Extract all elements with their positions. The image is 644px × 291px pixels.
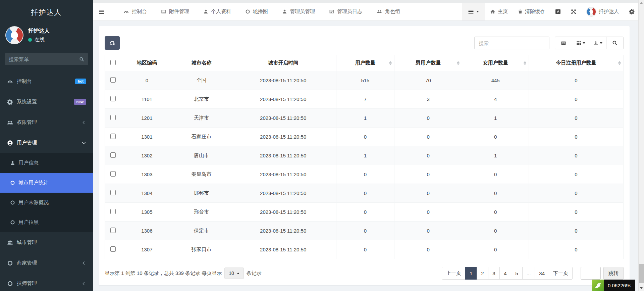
sort-icon[interactable] (524, 61, 526, 65)
column-header-today-registered[interactable]: 今日注册用户数量 (529, 55, 624, 71)
users-icon (376, 9, 382, 14)
avatar[interactable] (5, 26, 23, 44)
page-size-select[interactable]: 10 (224, 268, 244, 279)
pagination-next-button[interactable]: 下一页 (549, 267, 573, 280)
sidebar-item-user-blacklist[interactable]: 用户拉黑 (0, 212, 93, 232)
tab-label: 附件管理 (169, 8, 189, 15)
scrollbar-up-arrow-icon[interactable] (640, 2, 643, 4)
table-cell: 0 (394, 109, 462, 128)
pagination: 上一页 12345...34 下一页 跳转 (442, 267, 624, 280)
tab-admin-log[interactable]: 管理员日志 (322, 3, 369, 20)
sidebar-submenu: 用户信息 城市用户统计 用户来源概况 用户拉黑 (0, 153, 93, 232)
table-cell: 天津市 (173, 109, 230, 128)
tab-admin-management[interactable]: 管理员管理 (275, 3, 322, 20)
vertical-scrollbar[interactable] (638, 0, 644, 291)
pagination-page-4[interactable]: 4 (499, 267, 511, 280)
table-row: 1306保定市2023-08-15 11:20:500000 (105, 222, 624, 240)
tab-profile[interactable]: 个人资料 (196, 3, 238, 20)
language-button[interactable] (550, 9, 566, 14)
sidebar-item-user-management[interactable]: 用户管理 (0, 133, 93, 153)
table-cell: 2023-08-15 11:20:50 (230, 146, 336, 165)
column-header-user-count[interactable]: 用户数量 (336, 55, 394, 71)
table-row: 1302唐山市2023-08-15 11:20:501010 (105, 146, 624, 165)
refresh-button[interactable] (105, 36, 120, 50)
pagination-pages: 12345...34 (466, 267, 549, 280)
sidebar-item-city-management[interactable]: 城市管理 (0, 232, 93, 253)
sidebar-item-dashboard[interactable]: 控制台 hot (0, 71, 93, 92)
table-row: 0全国2023-08-15 11:20:50515704450 (105, 71, 624, 90)
row-checkbox[interactable] (110, 171, 116, 177)
home-button[interactable]: 主页 (485, 8, 513, 15)
caret-down-icon (600, 42, 602, 44)
row-checkbox[interactable] (110, 115, 116, 120)
summary-prefix: 显示第 1 到第 10 条记录，总共 339 条记录 每页显示 (105, 270, 222, 277)
row-checkbox[interactable] (110, 152, 116, 158)
tab-attachments[interactable]: 附件管理 (154, 3, 196, 20)
sort-icon[interactable] (457, 61, 460, 65)
sidebar-item-permissions[interactable]: 权限管理 (0, 112, 93, 133)
tab-dashboard[interactable]: 控制台 (116, 3, 154, 20)
table-cell: 0 (529, 128, 624, 146)
sidebar-item-merchant-management[interactable]: 商家管理 (0, 253, 93, 273)
pagination-page-5[interactable]: 5 (511, 267, 523, 280)
sort-icon[interactable] (389, 61, 392, 65)
sidebar-search-input[interactable] (9, 56, 79, 62)
page-jump-input[interactable] (581, 267, 601, 280)
pagination-page-3[interactable]: 3 (488, 267, 500, 280)
sidebar-item-user-source[interactable]: 用户来源概况 (0, 193, 93, 212)
pagination-prev-button[interactable]: 上一页 (442, 267, 466, 280)
sidebar-item-label: 用户来源概况 (18, 199, 49, 206)
pagination-page-1[interactable]: 1 (465, 267, 477, 280)
fullscreen-button[interactable] (566, 9, 581, 14)
column-header-region-code: 地区编码 (121, 55, 173, 71)
summary-suffix: 条记录 (247, 270, 262, 277)
sidebar-item-technician-management[interactable]: 技师管理 (0, 273, 93, 291)
pagination-page-34[interactable]: 34 (535, 267, 549, 280)
sidebar-item-label: 控制台 (17, 78, 32, 85)
column-header-female-count[interactable]: 女用户数量 (462, 55, 529, 71)
scrollbar-down-arrow-icon[interactable] (640, 287, 643, 289)
table-cell: 2023-08-15 11:20:50 (230, 109, 336, 128)
tab-role-group[interactable]: 角色组 (369, 3, 407, 20)
row-checkbox[interactable] (110, 134, 116, 139)
column-header-male-count[interactable]: 男用户数量 (394, 55, 462, 71)
table-search-input[interactable] (474, 37, 549, 49)
table-cell: 0 (529, 222, 624, 240)
row-checkbox[interactable] (110, 246, 116, 252)
sidebar-item-user-info[interactable]: 用户信息 (0, 153, 93, 173)
table-cell: 0 (462, 203, 529, 222)
dashboard-icon (123, 9, 129, 14)
detail-view-button[interactable] (555, 37, 572, 49)
sidebar-item-city-user-stats[interactable]: 城市用户统计 (0, 173, 93, 193)
select-all-header (105, 55, 121, 71)
content-panel: 地区编码 城市名称 城市开启时间 用户数量 男用户数量 女用户数量 今日注册用户… (99, 26, 630, 285)
export-button[interactable] (589, 37, 606, 49)
sidebar-item-system-settings[interactable]: 系统设置 new (0, 92, 93, 112)
scrollbar-thumb[interactable] (639, 264, 644, 283)
tab-carousel[interactable]: 轮播图 (238, 3, 275, 20)
table-cell: 0 (529, 71, 624, 90)
row-checkbox[interactable] (110, 77, 116, 83)
select-all-checkbox[interactable] (110, 60, 116, 65)
table-cell: 1303 (121, 165, 173, 184)
table-cell: 515 (336, 71, 394, 90)
row-checkbox[interactable] (110, 209, 116, 214)
table-cell: 2023-08-15 11:20:50 (230, 203, 336, 222)
page-jump-button[interactable]: 跳转 (603, 267, 624, 280)
thinkphp-leaf-icon[interactable] (592, 280, 604, 291)
row-checkbox[interactable] (110, 96, 116, 101)
clear-cache-button[interactable]: 清除缓存 (513, 8, 550, 15)
user-circle-icon (7, 140, 13, 146)
row-checkbox[interactable] (110, 190, 116, 195)
search-toggle-button[interactable] (606, 37, 624, 49)
table-cell: 0 (336, 222, 394, 240)
tabs-dropdown-toggle[interactable] (462, 3, 485, 20)
menu-list-icon (468, 9, 474, 14)
user-menu[interactable]: 扦护达人 (581, 7, 624, 17)
settings-button[interactable] (624, 9, 640, 14)
row-checkbox[interactable] (110, 228, 116, 233)
pagination-page-2[interactable]: 2 (477, 267, 488, 280)
sort-icon[interactable] (618, 61, 621, 65)
sidebar-toggle-button[interactable] (93, 3, 110, 20)
columns-button[interactable] (572, 37, 589, 49)
